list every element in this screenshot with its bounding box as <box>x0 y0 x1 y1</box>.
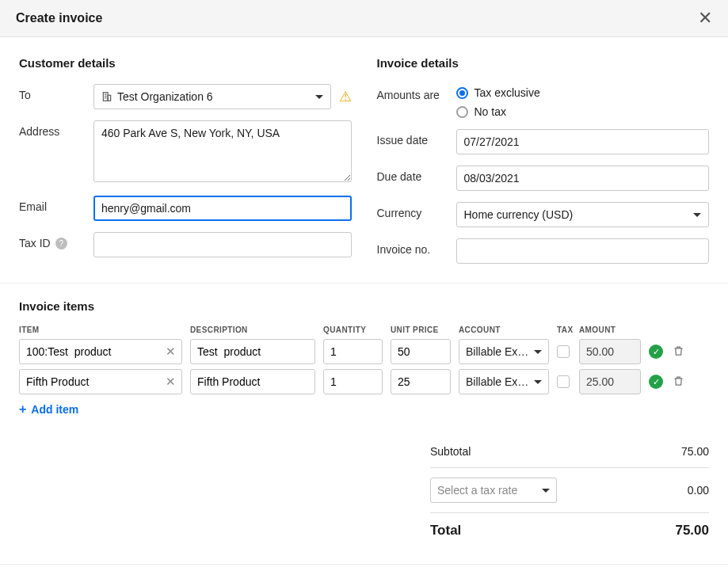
issue-date-input[interactable] <box>456 129 710 154</box>
header-tax: TAX <box>557 325 571 334</box>
amounts-are-label: Amounts are <box>377 84 456 101</box>
item-unit-price-input[interactable] <box>391 339 451 364</box>
currency-label: Currency <box>377 202 456 219</box>
item-row: ✕ Billable Ex… ✓ <box>19 339 709 364</box>
item-amount-display <box>579 339 641 364</box>
dialog-footer: Cancel Create invoice <box>0 564 728 571</box>
item-account-select[interactable]: Billable Ex… <box>459 339 549 364</box>
item-unit-price-input[interactable] <box>391 369 451 394</box>
dialog-title: Create invoice <box>16 11 102 25</box>
dialog-header: Create invoice ✕ <box>0 0 728 37</box>
warning-icon: ⚠ <box>339 88 352 105</box>
item-tax-checkbox[interactable] <box>557 345 570 358</box>
item-description-input[interactable] <box>190 339 315 364</box>
currency-select[interactable]: Home currency (USD) <box>456 202 710 227</box>
invoice-items-section: Invoice items ITEM DESCRIPTION QUANTITY … <box>0 283 728 564</box>
item-amount-display <box>579 369 641 394</box>
address-label: Address <box>19 120 93 138</box>
radio-tax-exclusive[interactable]: Tax exclusive <box>456 86 710 99</box>
due-date-label: Due date <box>377 166 456 183</box>
email-label: Email <box>19 196 93 213</box>
item-name-input[interactable] <box>19 369 182 394</box>
customer-section-title: Customer details <box>19 56 352 70</box>
subtotal-value: 75.00 <box>681 445 709 458</box>
check-icon: ✓ <box>649 375 663 389</box>
to-label: To <box>19 84 93 101</box>
svg-rect-1 <box>108 95 111 101</box>
chevron-down-icon <box>534 350 542 354</box>
delete-icon[interactable] <box>673 345 684 360</box>
tax-id-input[interactable] <box>93 232 352 257</box>
address-input[interactable] <box>93 120 352 182</box>
radio-label: Tax exclusive <box>475 86 540 99</box>
radio-label: No tax <box>475 105 506 118</box>
item-account-value: Billable Ex… <box>466 345 528 358</box>
radio-icon <box>456 106 468 118</box>
delete-icon[interactable] <box>673 375 684 390</box>
check-icon: ✓ <box>649 345 663 359</box>
item-tax-checkbox[interactable] <box>557 375 570 388</box>
items-header-row: ITEM DESCRIPTION QUANTITY UNIT PRICE ACC… <box>19 325 709 334</box>
invoice-no-input[interactable] <box>456 238 710 264</box>
plus-icon: + <box>19 402 26 417</box>
customer-details-section: Customer details To Test Organization 6 … <box>19 56 352 275</box>
header-account: ACCOUNT <box>459 325 549 334</box>
total-value: 75.00 <box>675 523 709 539</box>
chevron-down-icon <box>315 95 323 99</box>
header-unit-price: UNIT PRICE <box>391 325 451 334</box>
help-icon[interactable]: ? <box>55 238 67 249</box>
tax-rate-select[interactable]: Select a tax rate <box>430 478 557 503</box>
total-row: Total 75.00 <box>430 512 709 548</box>
radio-icon <box>456 87 468 99</box>
tax-row: Select a tax rate 0.00 <box>430 467 709 512</box>
organization-icon <box>101 91 112 102</box>
items-section-title: Invoice items <box>19 299 709 313</box>
form-body: Customer details To Test Organization 6 … <box>0 37 728 283</box>
tax-rate-placeholder: Select a tax rate <box>437 484 517 497</box>
close-icon[interactable]: ✕ <box>698 10 712 27</box>
clear-icon[interactable]: ✕ <box>166 375 176 389</box>
email-input[interactable] <box>93 196 352 221</box>
subtotal-label: Subtotal <box>430 445 471 458</box>
header-amount: AMOUNT <box>579 325 641 334</box>
to-value: Test Organization 6 <box>117 90 213 103</box>
issue-date-label: Issue date <box>377 129 456 147</box>
invoice-section-title: Invoice details <box>377 56 710 70</box>
header-quantity: QUANTITY <box>323 325 383 334</box>
total-label: Total <box>430 523 461 539</box>
item-description-input[interactable] <box>190 369 315 394</box>
item-row: ✕ Billable Ex… ✓ <box>19 369 709 394</box>
currency-value: Home currency (USD) <box>464 208 574 221</box>
item-quantity-input[interactable] <box>323 369 383 394</box>
tax-value: 0.00 <box>688 484 709 497</box>
tax-id-label: Tax ID ? <box>19 232 93 249</box>
chevron-down-icon <box>534 380 542 384</box>
header-item: ITEM <box>19 325 182 334</box>
header-description: DESCRIPTION <box>190 325 315 334</box>
due-date-input[interactable] <box>456 166 710 191</box>
add-item-label: Add item <box>31 403 78 416</box>
chevron-down-icon <box>693 213 701 217</box>
to-select[interactable]: Test Organization 6 <box>93 84 331 109</box>
item-name-input[interactable] <box>19 339 182 364</box>
item-account-value: Billable Ex… <box>466 375 528 388</box>
chevron-down-icon <box>542 489 550 493</box>
totals-section: Subtotal 75.00 Select a tax rate 0.00 To… <box>430 436 709 548</box>
invoice-no-label: Invoice no. <box>377 238 456 256</box>
subtotal-row: Subtotal 75.00 <box>430 436 709 467</box>
clear-icon[interactable]: ✕ <box>166 345 176 359</box>
radio-no-tax[interactable]: No tax <box>456 105 710 118</box>
add-item-button[interactable]: + Add item <box>19 402 709 417</box>
item-quantity-input[interactable] <box>323 339 383 364</box>
item-account-select[interactable]: Billable Ex… <box>459 369 549 394</box>
invoice-details-section: Invoice details Amounts are Tax exclusiv… <box>377 56 710 275</box>
